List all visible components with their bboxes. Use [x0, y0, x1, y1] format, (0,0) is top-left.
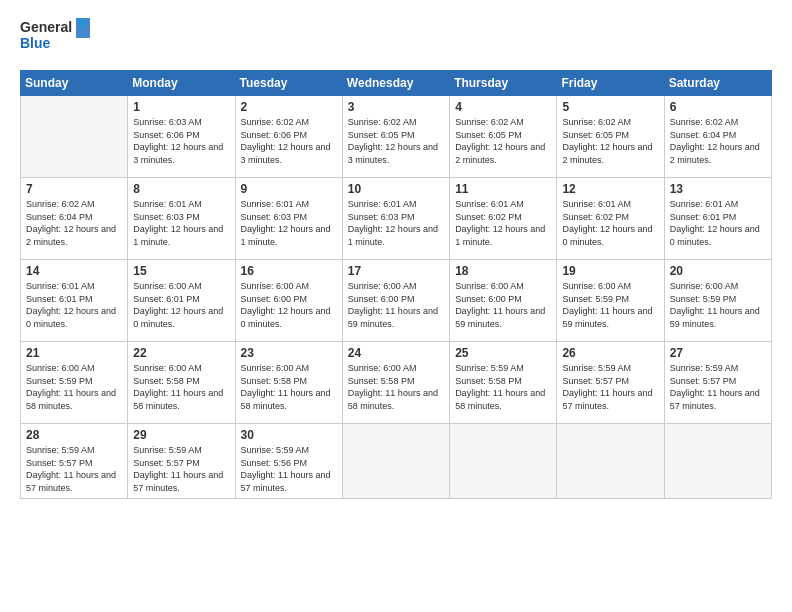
calendar-cell: 29Sunrise: 5:59 AMSunset: 5:57 PMDayligh… [128, 424, 235, 499]
weekday-header: Tuesday [235, 71, 342, 96]
weekday-header: Saturday [664, 71, 771, 96]
calendar-table: SundayMondayTuesdayWednesdayThursdayFrid… [20, 70, 772, 499]
day-number: 18 [455, 264, 551, 278]
calendar-cell: 20Sunrise: 6:00 AMSunset: 5:59 PMDayligh… [664, 260, 771, 342]
day-number: 25 [455, 346, 551, 360]
calendar-cell [557, 424, 664, 499]
day-info: Sunrise: 6:00 AMSunset: 5:59 PMDaylight:… [670, 280, 766, 330]
day-info: Sunrise: 6:01 AMSunset: 6:03 PMDaylight:… [348, 198, 444, 248]
day-number: 10 [348, 182, 444, 196]
day-info: Sunrise: 5:59 AMSunset: 5:57 PMDaylight:… [26, 444, 122, 494]
weekday-header: Friday [557, 71, 664, 96]
day-info: Sunrise: 6:02 AMSunset: 6:04 PMDaylight:… [26, 198, 122, 248]
calendar-cell: 28Sunrise: 5:59 AMSunset: 5:57 PMDayligh… [21, 424, 128, 499]
day-number: 14 [26, 264, 122, 278]
calendar-cell: 12Sunrise: 6:01 AMSunset: 6:02 PMDayligh… [557, 178, 664, 260]
day-info: Sunrise: 6:02 AMSunset: 6:05 PMDaylight:… [455, 116, 551, 166]
logo-svg: General Blue [20, 16, 110, 58]
day-info: Sunrise: 6:00 AMSunset: 6:00 PMDaylight:… [241, 280, 337, 330]
day-info: Sunrise: 6:01 AMSunset: 6:02 PMDaylight:… [562, 198, 658, 248]
calendar-cell [342, 424, 449, 499]
calendar-cell: 19Sunrise: 6:00 AMSunset: 5:59 PMDayligh… [557, 260, 664, 342]
weekday-header: Sunday [21, 71, 128, 96]
calendar-cell: 13Sunrise: 6:01 AMSunset: 6:01 PMDayligh… [664, 178, 771, 260]
calendar-cell: 2Sunrise: 6:02 AMSunset: 6:06 PMDaylight… [235, 96, 342, 178]
day-number: 20 [670, 264, 766, 278]
day-number: 28 [26, 428, 122, 442]
day-number: 26 [562, 346, 658, 360]
calendar-cell: 27Sunrise: 5:59 AMSunset: 5:57 PMDayligh… [664, 342, 771, 424]
day-info: Sunrise: 6:03 AMSunset: 6:06 PMDaylight:… [133, 116, 229, 166]
calendar-cell: 17Sunrise: 6:00 AMSunset: 6:00 PMDayligh… [342, 260, 449, 342]
day-info: Sunrise: 5:59 AMSunset: 5:57 PMDaylight:… [562, 362, 658, 412]
day-number: 15 [133, 264, 229, 278]
day-info: Sunrise: 5:59 AMSunset: 5:56 PMDaylight:… [241, 444, 337, 494]
calendar-cell: 10Sunrise: 6:01 AMSunset: 6:03 PMDayligh… [342, 178, 449, 260]
svg-text:General: General [20, 19, 72, 35]
day-info: Sunrise: 6:02 AMSunset: 6:04 PMDaylight:… [670, 116, 766, 166]
day-number: 11 [455, 182, 551, 196]
day-info: Sunrise: 6:01 AMSunset: 6:03 PMDaylight:… [133, 198, 229, 248]
calendar-cell: 3Sunrise: 6:02 AMSunset: 6:05 PMDaylight… [342, 96, 449, 178]
day-number: 8 [133, 182, 229, 196]
day-number: 22 [133, 346, 229, 360]
day-info: Sunrise: 5:59 AMSunset: 5:57 PMDaylight:… [133, 444, 229, 494]
calendar-cell: 1Sunrise: 6:03 AMSunset: 6:06 PMDaylight… [128, 96, 235, 178]
calendar-cell: 14Sunrise: 6:01 AMSunset: 6:01 PMDayligh… [21, 260, 128, 342]
svg-text:Blue: Blue [20, 35, 51, 51]
day-number: 16 [241, 264, 337, 278]
day-info: Sunrise: 6:00 AMSunset: 6:00 PMDaylight:… [455, 280, 551, 330]
day-info: Sunrise: 6:01 AMSunset: 6:01 PMDaylight:… [670, 198, 766, 248]
calendar-cell: 9Sunrise: 6:01 AMSunset: 6:03 PMDaylight… [235, 178, 342, 260]
day-info: Sunrise: 6:00 AMSunset: 5:58 PMDaylight:… [133, 362, 229, 412]
calendar-cell: 26Sunrise: 5:59 AMSunset: 5:57 PMDayligh… [557, 342, 664, 424]
weekday-header: Wednesday [342, 71, 449, 96]
weekday-header: Thursday [450, 71, 557, 96]
calendar-cell: 21Sunrise: 6:00 AMSunset: 5:59 PMDayligh… [21, 342, 128, 424]
day-number: 13 [670, 182, 766, 196]
day-number: 2 [241, 100, 337, 114]
day-number: 19 [562, 264, 658, 278]
day-info: Sunrise: 6:00 AMSunset: 5:59 PMDaylight:… [562, 280, 658, 330]
day-info: Sunrise: 6:01 AMSunset: 6:02 PMDaylight:… [455, 198, 551, 248]
calendar-cell [664, 424, 771, 499]
calendar-cell: 30Sunrise: 5:59 AMSunset: 5:56 PMDayligh… [235, 424, 342, 499]
week-row: 1Sunrise: 6:03 AMSunset: 6:06 PMDaylight… [21, 96, 772, 178]
page-container: General Blue SundayMondayTuesdayWednesda… [0, 0, 792, 612]
calendar-cell: 6Sunrise: 6:02 AMSunset: 6:04 PMDaylight… [664, 96, 771, 178]
day-info: Sunrise: 6:02 AMSunset: 6:05 PMDaylight:… [348, 116, 444, 166]
logo-text: General Blue [20, 16, 110, 62]
day-info: Sunrise: 5:59 AMSunset: 5:58 PMDaylight:… [455, 362, 551, 412]
day-info: Sunrise: 6:00 AMSunset: 6:00 PMDaylight:… [348, 280, 444, 330]
calendar-cell: 5Sunrise: 6:02 AMSunset: 6:05 PMDaylight… [557, 96, 664, 178]
day-info: Sunrise: 6:00 AMSunset: 5:59 PMDaylight:… [26, 362, 122, 412]
day-number: 3 [348, 100, 444, 114]
day-info: Sunrise: 6:02 AMSunset: 6:06 PMDaylight:… [241, 116, 337, 166]
day-number: 29 [133, 428, 229, 442]
week-row: 14Sunrise: 6:01 AMSunset: 6:01 PMDayligh… [21, 260, 772, 342]
logo: General Blue [20, 16, 110, 62]
day-info: Sunrise: 6:02 AMSunset: 6:05 PMDaylight:… [562, 116, 658, 166]
calendar-cell: 23Sunrise: 6:00 AMSunset: 5:58 PMDayligh… [235, 342, 342, 424]
calendar-cell: 25Sunrise: 5:59 AMSunset: 5:58 PMDayligh… [450, 342, 557, 424]
calendar-cell [21, 96, 128, 178]
calendar-cell: 18Sunrise: 6:00 AMSunset: 6:00 PMDayligh… [450, 260, 557, 342]
calendar-cell: 16Sunrise: 6:00 AMSunset: 6:00 PMDayligh… [235, 260, 342, 342]
week-row: 21Sunrise: 6:00 AMSunset: 5:59 PMDayligh… [21, 342, 772, 424]
calendar-cell: 8Sunrise: 6:01 AMSunset: 6:03 PMDaylight… [128, 178, 235, 260]
day-info: Sunrise: 6:01 AMSunset: 6:03 PMDaylight:… [241, 198, 337, 248]
day-number: 23 [241, 346, 337, 360]
week-row: 28Sunrise: 5:59 AMSunset: 5:57 PMDayligh… [21, 424, 772, 499]
header: General Blue [20, 16, 772, 62]
day-number: 24 [348, 346, 444, 360]
day-number: 27 [670, 346, 766, 360]
day-info: Sunrise: 5:59 AMSunset: 5:57 PMDaylight:… [670, 362, 766, 412]
day-number: 5 [562, 100, 658, 114]
calendar-cell [450, 424, 557, 499]
day-info: Sunrise: 6:01 AMSunset: 6:01 PMDaylight:… [26, 280, 122, 330]
day-number: 30 [241, 428, 337, 442]
day-info: Sunrise: 6:00 AMSunset: 5:58 PMDaylight:… [348, 362, 444, 412]
calendar-cell: 22Sunrise: 6:00 AMSunset: 5:58 PMDayligh… [128, 342, 235, 424]
day-info: Sunrise: 6:00 AMSunset: 5:58 PMDaylight:… [241, 362, 337, 412]
calendar-cell: 7Sunrise: 6:02 AMSunset: 6:04 PMDaylight… [21, 178, 128, 260]
